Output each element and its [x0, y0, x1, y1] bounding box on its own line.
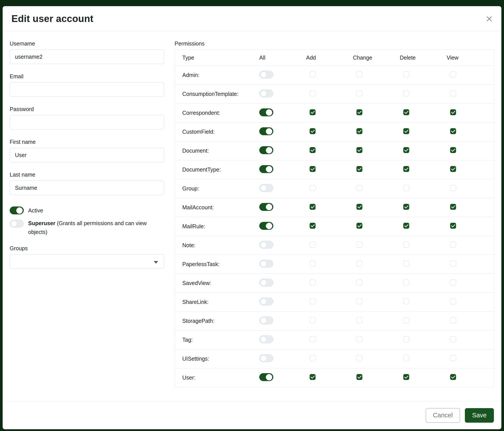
perm-view-checkbox[interactable] [450, 166, 456, 172]
perm-delete-checkbox[interactable] [403, 355, 409, 361]
perm-change-checkbox[interactable] [356, 204, 362, 210]
perm-view-checkbox[interactable] [450, 298, 456, 304]
perm-all-toggle[interactable] [259, 184, 273, 192]
perm-change-checkbox[interactable] [356, 298, 362, 304]
perm-add-checkbox[interactable] [310, 185, 315, 191]
perm-all-toggle[interactable] [259, 90, 273, 98]
perm-view-checkbox[interactable] [450, 147, 456, 153]
save-button[interactable]: Save [465, 408, 494, 423]
perm-view-checkbox[interactable] [450, 72, 456, 77]
perm-change-checkbox[interactable] [356, 109, 362, 115]
perm-change-checkbox[interactable] [356, 279, 362, 285]
perm-change-checkbox[interactable] [356, 260, 362, 267]
perm-add-checkbox[interactable] [310, 374, 315, 380]
perm-add-checkbox[interactable] [310, 204, 315, 210]
perm-view-checkbox[interactable] [450, 223, 456, 229]
close-icon[interactable]: × [486, 13, 493, 24]
perm-all-toggle[interactable] [259, 146, 273, 154]
cancel-button[interactable]: Cancel [426, 408, 460, 423]
perm-add-checkbox[interactable] [310, 355, 315, 361]
perm-add-checkbox[interactable] [310, 72, 315, 77]
perm-all-toggle[interactable] [259, 354, 273, 362]
perm-view-checkbox[interactable] [450, 317, 456, 323]
username-input[interactable] [10, 49, 164, 64]
groups-select[interactable] [10, 254, 164, 269]
perm-change-checkbox[interactable] [356, 355, 362, 361]
perm-delete-checkbox[interactable] [403, 109, 409, 115]
perm-view-checkbox[interactable] [450, 204, 456, 210]
active-toggle[interactable] [10, 207, 24, 214]
perm-change-checkbox[interactable] [356, 336, 362, 342]
perm-delete-checkbox[interactable] [403, 147, 409, 153]
perm-add-checkbox[interactable] [310, 223, 315, 229]
perm-all-toggle[interactable] [259, 316, 273, 324]
perm-delete-checkbox[interactable] [403, 242, 409, 248]
perm-all-toggle[interactable] [259, 222, 273, 230]
email-field[interactable] [10, 82, 164, 97]
permission-add-cell [306, 317, 353, 324]
perm-add-checkbox[interactable] [310, 128, 315, 134]
perm-all-toggle[interactable] [259, 335, 273, 343]
perm-change-checkbox[interactable] [356, 147, 362, 153]
perm-add-checkbox[interactable] [310, 279, 315, 285]
perm-change-checkbox[interactable] [356, 223, 362, 229]
perm-add-checkbox[interactable] [310, 90, 315, 96]
perm-add-checkbox[interactable] [310, 147, 315, 153]
perm-add-checkbox[interactable] [310, 242, 315, 248]
perm-all-toggle[interactable] [259, 373, 273, 381]
perm-view-checkbox[interactable] [450, 242, 456, 248]
perm-change-checkbox[interactable] [356, 166, 362, 172]
perm-delete-checkbox[interactable] [403, 317, 409, 323]
perm-delete-checkbox[interactable] [403, 72, 409, 77]
permission-add-cell [306, 185, 353, 192]
last-name-field[interactable] [10, 180, 164, 195]
perm-add-checkbox[interactable] [310, 109, 315, 115]
perm-all-toggle[interactable] [259, 165, 273, 173]
perm-view-checkbox[interactable] [450, 260, 456, 267]
perm-delete-checkbox[interactable] [403, 336, 409, 342]
perm-add-checkbox[interactable] [310, 260, 315, 267]
perm-delete-checkbox[interactable] [403, 90, 409, 96]
perm-view-checkbox[interactable] [450, 279, 456, 285]
perm-view-checkbox[interactable] [450, 355, 456, 361]
perm-delete-checkbox[interactable] [403, 166, 409, 172]
perm-all-toggle[interactable] [259, 203, 273, 211]
perm-all-toggle[interactable] [259, 260, 273, 268]
perm-change-checkbox[interactable] [356, 90, 362, 96]
perm-add-checkbox[interactable] [310, 317, 315, 323]
perm-all-toggle[interactable] [259, 71, 273, 79]
perm-view-checkbox[interactable] [450, 185, 456, 191]
perm-add-checkbox[interactable] [310, 298, 315, 304]
perm-view-checkbox[interactable] [450, 109, 456, 115]
perm-delete-checkbox[interactable] [403, 279, 409, 285]
perm-all-toggle[interactable] [259, 297, 273, 305]
perm-change-checkbox[interactable] [356, 185, 362, 191]
first-name-field[interactable] [10, 148, 164, 162]
perm-change-checkbox[interactable] [356, 242, 362, 248]
perm-delete-checkbox[interactable] [403, 260, 409, 267]
perm-add-checkbox[interactable] [310, 336, 315, 342]
perm-delete-checkbox[interactable] [403, 223, 409, 229]
perm-delete-checkbox[interactable] [403, 204, 409, 210]
perm-delete-checkbox[interactable] [403, 298, 409, 304]
perm-view-checkbox[interactable] [450, 336, 456, 342]
perm-delete-checkbox[interactable] [403, 374, 409, 380]
perm-delete-checkbox[interactable] [403, 185, 409, 191]
perm-change-checkbox[interactable] [356, 72, 362, 77]
perm-change-checkbox[interactable] [356, 374, 362, 380]
permission-type-label: ConsumptionTemplate: [175, 91, 259, 97]
superuser-toggle[interactable] [10, 220, 24, 228]
perm-all-toggle[interactable] [259, 278, 273, 287]
perm-view-checkbox[interactable] [450, 90, 456, 96]
perm-change-checkbox[interactable] [356, 128, 362, 134]
perm-view-checkbox[interactable] [450, 374, 456, 380]
perm-delete-checkbox[interactable] [403, 128, 409, 134]
perm-all-toggle[interactable] [259, 241, 273, 249]
perm-all-toggle[interactable] [259, 108, 273, 116]
perm-view-checkbox[interactable] [450, 128, 456, 134]
permission-delete-cell [400, 147, 447, 154]
perm-change-checkbox[interactable] [356, 317, 362, 323]
password-field[interactable] [10, 115, 164, 130]
perm-add-checkbox[interactable] [310, 166, 315, 172]
perm-all-toggle[interactable] [259, 127, 273, 135]
